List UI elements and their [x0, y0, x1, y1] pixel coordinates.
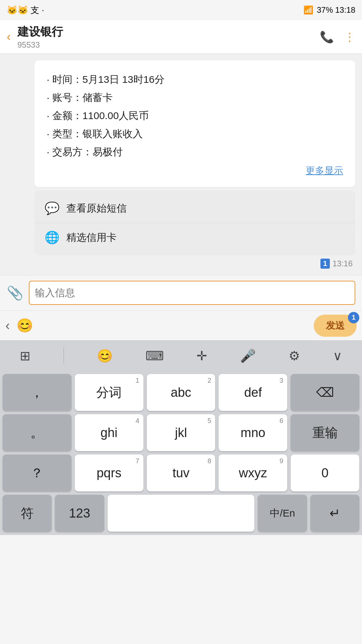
collapse-button[interactable]: ‹ — [5, 318, 10, 333]
key-comma[interactable]: ， — [3, 374, 71, 411]
battery-text: 37% 13:18 — [317, 5, 355, 15]
globe-icon: 🌐 — [45, 230, 60, 245]
status-bar: 🐱🐱 支 · 📶 37% 13:18 — [0, 0, 362, 20]
key-6-mno[interactable]: 6 mno — [219, 414, 287, 451]
key-1-fenci[interactable]: 1 分词 — [75, 374, 143, 411]
header-actions: 📞 ⋮ — [320, 30, 355, 44]
msg-line-4: · 类型：银联入账收入 — [47, 125, 343, 143]
contact-number: 95533 — [17, 40, 320, 50]
more-icon[interactable]: ⋮ — [344, 30, 355, 44]
key-enter[interactable]: ↵ — [310, 495, 359, 532]
app-icons: 🐱🐱 支 · — [7, 4, 44, 16]
key-3-def[interactable]: 3 def — [219, 374, 287, 411]
credit-card-button[interactable]: 🌐 精选信用卡 — [35, 223, 355, 252]
keyboard-row-2: 。 4 ghi 5 jkl 6 mno 重输 — [3, 414, 359, 451]
key-0[interactable]: 0 — [291, 454, 359, 491]
direction-icon[interactable]: ✛ — [196, 348, 207, 363]
key-8-tuv[interactable]: 8 tuv — [147, 454, 216, 491]
phone-icon[interactable]: 📞 — [320, 30, 334, 44]
key-reset[interactable]: 重输 — [291, 414, 359, 451]
keyboard-icon[interactable]: ⌨ — [145, 348, 164, 363]
message-bubble: · 时间：5月13日 13时16分 · 账号：储蓄卡 · 金额：1100.00人… — [35, 60, 355, 187]
send-label: 发送 — [326, 320, 345, 331]
mic-icon[interactable]: 🎤 — [240, 348, 256, 363]
more-link[interactable]: 更多显示 — [47, 164, 343, 177]
msg-line-5: · 交易方：易极付 — [47, 143, 343, 161]
grid-icon[interactable]: ⊞ — [20, 348, 31, 363]
smiley-icon[interactable]: 😊 — [97, 348, 113, 363]
credit-card-label: 精选信用卡 — [66, 231, 117, 245]
key-lang-switch[interactable]: 中/En — [258, 495, 307, 532]
message-area: · 时间：5月13日 13时16分 · 账号：储蓄卡 · 金额：1100.00人… — [0, 54, 362, 275]
status-bar-left-icons: 🐱🐱 支 · — [7, 4, 44, 16]
message-content: · 时间：5月13日 13时16分 · 账号：储蓄卡 · 金额：1100.00人… — [47, 70, 343, 161]
view-original-sms-button[interactable]: 💬 查看原始短信 — [35, 194, 355, 223]
settings-icon[interactable]: ⚙ — [289, 348, 300, 363]
action-buttons: 💬 查看原始短信 🌐 精选信用卡 — [35, 191, 355, 255]
keyboard-row-1: ， 1 分词 2 abc 3 def ⌫ — [3, 374, 359, 411]
msg-line-2: · 账号：储蓄卡 — [47, 89, 343, 107]
input-area: 📎 — [0, 275, 362, 310]
send-button[interactable]: 发送 1 — [314, 315, 357, 337]
view-sms-label: 查看原始短信 — [66, 202, 127, 215]
key-question[interactable]: ？ — [3, 454, 71, 491]
chat-icon: 💬 — [45, 201, 60, 215]
ime-toolbar: ⊞ 😊 ⌨ ✛ 🎤 ⚙ ∨ — [0, 340, 362, 371]
back-button[interactable]: ‹ — [7, 30, 11, 44]
keyboard-row-4: 符 123 中/En ↵ — [3, 495, 359, 532]
header-title-area: 建设银行 95533 — [17, 24, 320, 50]
divider — [63, 347, 64, 364]
key-5-jkl[interactable]: 5 jkl — [147, 414, 216, 451]
contact-name: 建设银行 — [17, 24, 320, 40]
message-footer: 1 13:16 — [7, 259, 355, 269]
key-7-pqrs[interactable]: 7 pqrs — [75, 454, 143, 491]
keyboard: ， 1 分词 2 abc 3 def ⌫ 。 4 ghi 5 jkl — [0, 371, 362, 535]
key-123[interactable]: 123 — [55, 495, 104, 532]
key-space[interactable] — [108, 495, 255, 532]
key-4-ghi[interactable]: 4 ghi — [75, 414, 143, 451]
msg-line-1: · 时间：5月13日 13时16分 — [47, 70, 343, 89]
keyboard-row-3: ？ 7 pqrs 8 tuv 9 wxyz 0 — [3, 454, 359, 491]
key-backspace[interactable]: ⌫ — [291, 374, 359, 411]
msg-line-3: · 金额：1100.00人民币 — [47, 107, 343, 125]
header: ‹ 建设银行 95533 📞 ⋮ — [0, 20, 362, 54]
read-badge: 1 — [320, 259, 330, 269]
key-2-abc[interactable]: 2 abc — [147, 374, 216, 411]
collapse-keyboard-icon[interactable]: ∨ — [333, 348, 342, 363]
send-badge: 1 — [348, 312, 359, 323]
message-time: 13:16 — [333, 259, 353, 268]
signal-icon: 📶 — [303, 5, 313, 15]
key-9-wxyz[interactable]: 9 wxyz — [219, 454, 287, 491]
bottom-toolbar: ‹ 😊 发送 1 — [0, 310, 362, 340]
key-symbols[interactable]: 符 — [3, 495, 52, 532]
emoji-button[interactable]: 😊 — [16, 318, 33, 333]
key-period[interactable]: 。 — [3, 414, 71, 451]
attach-icon[interactable]: 📎 — [7, 285, 23, 301]
message-input[interactable] — [29, 281, 355, 305]
status-bar-right: 📶 37% 13:18 — [303, 5, 355, 15]
